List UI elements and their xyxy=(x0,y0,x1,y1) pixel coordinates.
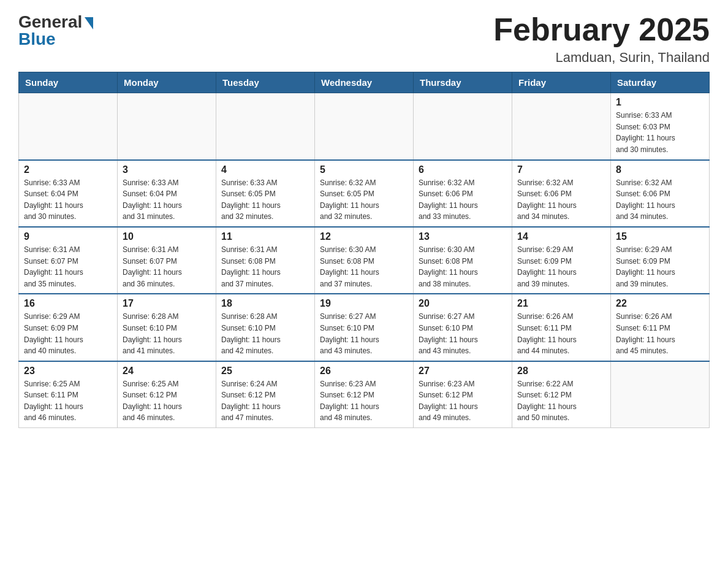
day-info: Sunrise: 6:26 AMSunset: 6:11 PMDaylight:… xyxy=(616,311,704,356)
logo-blue-text: Blue xyxy=(18,29,56,49)
calendar-cell: 1Sunrise: 6:33 AMSunset: 6:03 PMDaylight… xyxy=(611,93,710,160)
calendar-cell: 9Sunrise: 6:31 AMSunset: 6:07 PMDaylight… xyxy=(19,227,118,294)
day-info: Sunrise: 6:31 AMSunset: 6:08 PMDaylight:… xyxy=(221,244,309,289)
day-number: 21 xyxy=(517,298,605,309)
day-info: Sunrise: 6:32 AMSunset: 6:06 PMDaylight:… xyxy=(517,177,605,223)
calendar-week-4: 16Sunrise: 6:29 AMSunset: 6:09 PMDayligh… xyxy=(19,294,710,361)
weekday-header-saturday: Saturday xyxy=(611,72,710,93)
calendar-cell: 5Sunrise: 6:32 AMSunset: 6:05 PMDaylight… xyxy=(315,160,414,227)
calendar-cell: 16Sunrise: 6:29 AMSunset: 6:09 PMDayligh… xyxy=(19,294,118,361)
calendar-cell: 14Sunrise: 6:29 AMSunset: 6:09 PMDayligh… xyxy=(512,227,611,294)
day-number: 2 xyxy=(24,164,112,175)
day-number: 18 xyxy=(221,298,309,309)
weekday-header-monday: Monday xyxy=(118,72,216,93)
day-info: Sunrise: 6:32 AMSunset: 6:06 PMDaylight:… xyxy=(616,177,704,223)
day-number: 25 xyxy=(221,366,309,377)
calendar-cell xyxy=(216,93,315,160)
day-number: 8 xyxy=(616,164,704,175)
calendar-cell: 26Sunrise: 6:23 AMSunset: 6:12 PMDayligh… xyxy=(315,361,414,428)
calendar-cell: 15Sunrise: 6:29 AMSunset: 6:09 PMDayligh… xyxy=(611,227,710,294)
calendar-cell xyxy=(414,93,512,160)
day-number: 20 xyxy=(419,298,507,309)
day-info: Sunrise: 6:23 AMSunset: 6:12 PMDaylight:… xyxy=(419,378,507,424)
day-number: 17 xyxy=(123,298,211,309)
calendar-cell: 17Sunrise: 6:28 AMSunset: 6:10 PMDayligh… xyxy=(118,294,216,361)
day-number: 24 xyxy=(123,366,211,377)
day-number: 22 xyxy=(616,298,704,309)
calendar-cell: 25Sunrise: 6:24 AMSunset: 6:12 PMDayligh… xyxy=(216,361,315,428)
calendar-cell: 2Sunrise: 6:33 AMSunset: 6:04 PMDaylight… xyxy=(19,160,118,227)
day-number: 12 xyxy=(320,231,408,242)
calendar-cell: 28Sunrise: 6:22 AMSunset: 6:12 PMDayligh… xyxy=(512,361,611,428)
day-number: 19 xyxy=(320,298,408,309)
calendar-cell: 6Sunrise: 6:32 AMSunset: 6:06 PMDaylight… xyxy=(414,160,512,227)
day-number: 5 xyxy=(320,164,408,175)
day-number: 9 xyxy=(24,231,112,242)
day-number: 11 xyxy=(221,231,309,242)
day-info: Sunrise: 6:22 AMSunset: 6:12 PMDaylight:… xyxy=(517,378,605,424)
weekday-header-sunday: Sunday xyxy=(19,72,118,93)
title-section: February 2025 Lamduan, Surin, Thailand xyxy=(493,12,710,66)
day-number: 27 xyxy=(419,366,507,377)
day-info: Sunrise: 6:31 AMSunset: 6:07 PMDaylight:… xyxy=(123,244,211,289)
logo-arrow-icon xyxy=(85,17,93,29)
day-info: Sunrise: 6:33 AMSunset: 6:03 PMDaylight:… xyxy=(616,110,704,155)
calendar-header: SundayMondayTuesdayWednesdayThursdayFrid… xyxy=(19,72,710,93)
calendar-week-5: 23Sunrise: 6:25 AMSunset: 6:11 PMDayligh… xyxy=(19,361,710,428)
day-info: Sunrise: 6:25 AMSunset: 6:11 PMDaylight:… xyxy=(24,378,112,424)
day-info: Sunrise: 6:29 AMSunset: 6:09 PMDaylight:… xyxy=(24,311,112,356)
logo: General Blue xyxy=(18,12,93,49)
weekday-header-row: SundayMondayTuesdayWednesdayThursdayFrid… xyxy=(19,72,710,93)
calendar-cell xyxy=(512,93,611,160)
calendar-cell: 27Sunrise: 6:23 AMSunset: 6:12 PMDayligh… xyxy=(414,361,512,428)
day-number: 14 xyxy=(517,231,605,242)
day-info: Sunrise: 6:29 AMSunset: 6:09 PMDaylight:… xyxy=(616,244,704,289)
calendar-cell: 3Sunrise: 6:33 AMSunset: 6:04 PMDaylight… xyxy=(118,160,216,227)
day-number: 7 xyxy=(517,164,605,175)
day-info: Sunrise: 6:28 AMSunset: 6:10 PMDaylight:… xyxy=(123,311,211,356)
calendar-cell: 4Sunrise: 6:33 AMSunset: 6:05 PMDaylight… xyxy=(216,160,315,227)
day-info: Sunrise: 6:25 AMSunset: 6:12 PMDaylight:… xyxy=(123,378,211,424)
day-info: Sunrise: 6:33 AMSunset: 6:04 PMDaylight:… xyxy=(24,177,112,223)
day-info: Sunrise: 6:32 AMSunset: 6:05 PMDaylight:… xyxy=(320,177,408,223)
day-info: Sunrise: 6:26 AMSunset: 6:11 PMDaylight:… xyxy=(517,311,605,356)
calendar-cell: 10Sunrise: 6:31 AMSunset: 6:07 PMDayligh… xyxy=(118,227,216,294)
day-info: Sunrise: 6:28 AMSunset: 6:10 PMDaylight:… xyxy=(221,311,309,356)
day-number: 16 xyxy=(24,298,112,309)
weekday-header-thursday: Thursday xyxy=(414,72,512,93)
day-info: Sunrise: 6:30 AMSunset: 6:08 PMDaylight:… xyxy=(419,244,507,289)
day-info: Sunrise: 6:27 AMSunset: 6:10 PMDaylight:… xyxy=(419,311,507,356)
day-info: Sunrise: 6:31 AMSunset: 6:07 PMDaylight:… xyxy=(24,244,112,289)
calendar-cell: 22Sunrise: 6:26 AMSunset: 6:11 PMDayligh… xyxy=(611,294,710,361)
day-number: 4 xyxy=(221,164,309,175)
day-info: Sunrise: 6:27 AMSunset: 6:10 PMDaylight:… xyxy=(320,311,408,356)
calendar-cell: 12Sunrise: 6:30 AMSunset: 6:08 PMDayligh… xyxy=(315,227,414,294)
calendar-cell: 20Sunrise: 6:27 AMSunset: 6:10 PMDayligh… xyxy=(414,294,512,361)
day-info: Sunrise: 6:30 AMSunset: 6:08 PMDaylight:… xyxy=(320,244,408,289)
day-info: Sunrise: 6:33 AMSunset: 6:04 PMDaylight:… xyxy=(123,177,211,223)
day-number: 28 xyxy=(517,366,605,377)
calendar-week-2: 2Sunrise: 6:33 AMSunset: 6:04 PMDaylight… xyxy=(19,160,710,227)
calendar-week-3: 9Sunrise: 6:31 AMSunset: 6:07 PMDaylight… xyxy=(19,227,710,294)
calendar-cell: 21Sunrise: 6:26 AMSunset: 6:11 PMDayligh… xyxy=(512,294,611,361)
day-number: 3 xyxy=(123,164,211,175)
calendar-cell xyxy=(118,93,216,160)
weekday-header-wednesday: Wednesday xyxy=(315,72,414,93)
calendar-body: 1Sunrise: 6:33 AMSunset: 6:03 PMDaylight… xyxy=(19,93,710,428)
calendar-cell: 8Sunrise: 6:32 AMSunset: 6:06 PMDaylight… xyxy=(611,160,710,227)
day-info: Sunrise: 6:33 AMSunset: 6:05 PMDaylight:… xyxy=(221,177,309,223)
day-info: Sunrise: 6:32 AMSunset: 6:06 PMDaylight:… xyxy=(419,177,507,223)
weekday-header-friday: Friday xyxy=(512,72,611,93)
calendar-location: Lamduan, Surin, Thailand xyxy=(493,50,710,66)
day-number: 10 xyxy=(123,231,211,242)
calendar-table: SundayMondayTuesdayWednesdayThursdayFrid… xyxy=(18,72,710,428)
day-number: 23 xyxy=(24,366,112,377)
day-number: 26 xyxy=(320,366,408,377)
weekday-header-tuesday: Tuesday xyxy=(216,72,315,93)
day-info: Sunrise: 6:29 AMSunset: 6:09 PMDaylight:… xyxy=(517,244,605,289)
day-number: 13 xyxy=(419,231,507,242)
calendar-cell xyxy=(315,93,414,160)
calendar-cell: 19Sunrise: 6:27 AMSunset: 6:10 PMDayligh… xyxy=(315,294,414,361)
calendar-cell: 18Sunrise: 6:28 AMSunset: 6:10 PMDayligh… xyxy=(216,294,315,361)
calendar-cell: 13Sunrise: 6:30 AMSunset: 6:08 PMDayligh… xyxy=(414,227,512,294)
